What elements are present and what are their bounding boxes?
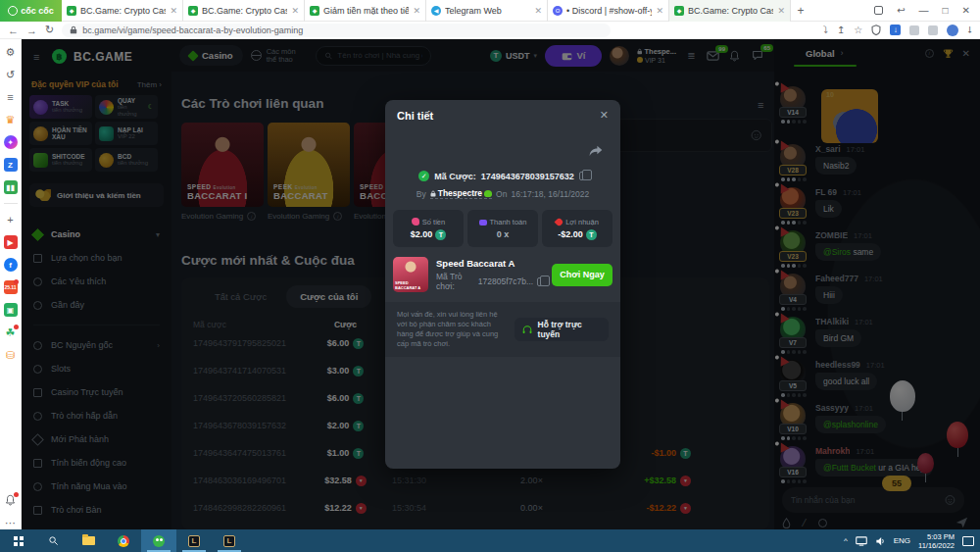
- bet-id-value: 1749643678039157632: [481, 172, 574, 181]
- idm-download-icon[interactable]: ↓: [890, 25, 901, 35]
- bet-author[interactable]: Thespectre: [430, 188, 492, 199]
- bet-id-label: Mã Cược:: [434, 172, 475, 181]
- stat-payout: Thanh toán 0 x: [467, 210, 538, 247]
- notifications-bell-icon[interactable]: [4, 493, 18, 507]
- modal-close-icon[interactable]: ✕: [600, 109, 609, 122]
- url-box[interactable]: bc.game/vi/game/speed-baccarat-a-by-evol…: [62, 24, 611, 37]
- start-button[interactable]: [0, 529, 35, 552]
- chrome-icon[interactable]: [106, 529, 141, 552]
- league-of-legends-icon[interactable]: L: [212, 529, 247, 552]
- stat-profit: Lợi nhuận -$2.00T: [542, 210, 612, 247]
- volume-icon[interactable]: [875, 536, 886, 546]
- add-shortcut-icon[interactable]: +: [4, 213, 18, 226]
- tray-expand-icon[interactable]: ^: [844, 536, 848, 545]
- facebook-icon[interactable]: f: [4, 258, 18, 272]
- maximize-button[interactable]: □: [943, 5, 949, 16]
- history-icon[interactable]: ↺: [4, 68, 18, 81]
- share-icon[interactable]: ↥: [837, 25, 845, 35]
- tab-close-icon[interactable]: ✕: [291, 6, 299, 16]
- tab-close-icon[interactable]: ✕: [534, 6, 542, 16]
- more-icon[interactable]: ⋯: [4, 516, 18, 529]
- windows-taskbar: L L ^ ENG 5:03 PM11/16/2022: [0, 529, 980, 552]
- browser-tab-1[interactable]: ◆BC.Game: Crypto Casino Gan✕: [62, 0, 183, 22]
- game-title: Speed Baccarat A: [436, 258, 544, 269]
- modal-title: Chi tiết: [397, 110, 433, 122]
- antitrack-icon[interactable]: [928, 25, 938, 35]
- shopee-icon[interactable]: 25.11: [4, 280, 18, 294]
- network-icon[interactable]: [856, 536, 867, 546]
- tab-close-icon[interactable]: ✕: [413, 6, 420, 16]
- leaf-icon[interactable]: ☘: [4, 326, 18, 339]
- stat-amount: Số tiền $2.00T: [393, 210, 464, 247]
- share-icon[interactable]: [589, 145, 603, 157]
- check-icon: ✓: [418, 171, 429, 181]
- divider: [4, 203, 18, 204]
- lock-icon: [430, 190, 436, 197]
- game-thumbnail[interactable]: SPEEDBACCARAT A: [393, 257, 428, 292]
- reload-button[interactable]: ↻: [45, 24, 54, 36]
- bet-timestamp: 16:17:18, 16/11/2022: [511, 189, 589, 199]
- browser-tab-4[interactable]: ◀Telegram Web✕: [426, 0, 548, 22]
- bcgame-favicon: ◆: [310, 6, 319, 16]
- vip-crown-icon[interactable]: ♛: [4, 113, 18, 126]
- url-text: bc.game/vi/game/speed-baccarat-a-by-evol…: [82, 25, 303, 35]
- browser-tab-6-active[interactable]: ◆BC.Game: Crypto Casino Gan✕: [669, 0, 791, 22]
- play-now-button[interactable]: Chơi Ngay: [552, 264, 612, 286]
- boss-key-icon[interactable]: ↩: [897, 5, 905, 16]
- adblock-shield-icon[interactable]: [871, 25, 881, 35]
- brand-label: cốc cốc: [21, 6, 54, 16]
- back-button[interactable]: ←: [8, 25, 19, 36]
- messenger-icon[interactable]: ✦: [4, 135, 18, 149]
- zalo-icon[interactable]: Z: [4, 158, 18, 172]
- green-app-icon[interactable]: ▣: [4, 303, 18, 317]
- league-of-legends-icon[interactable]: L: [176, 529, 212, 552]
- file-explorer-icon[interactable]: [71, 529, 106, 552]
- bet-details-modal: Chi tiết ✕ ✓ Mã Cược: 174964367803915763…: [385, 100, 620, 469]
- clock[interactable]: 5:03 PM11/16/2022: [918, 532, 955, 550]
- tab-close-icon[interactable]: ✕: [170, 6, 177, 16]
- browser-tab-3[interactable]: ◆Giảm tiền mặt theo tiến hóa✕: [305, 0, 426, 22]
- profit-icon: [555, 217, 564, 226]
- profile-avatar[interactable]: [947, 25, 958, 36]
- youtube-icon[interactable]: ▶: [4, 235, 18, 249]
- close-button[interactable]: ✕: [962, 5, 970, 16]
- browser-tab-2[interactable]: ◆BC.Game: Crypto Casino Gan✕: [183, 0, 305, 22]
- games-icon[interactable]: ▮▮: [4, 180, 18, 194]
- reading-list-icon[interactable]: ≡: [4, 90, 18, 104]
- action-center-icon[interactable]: [962, 536, 974, 546]
- telegram-favicon: ◀: [431, 6, 441, 16]
- cart-icon[interactable]: ⛁: [4, 348, 18, 362]
- coccoc-taskbar-icon[interactable]: [141, 529, 176, 552]
- bcgame-favicon: ◆: [674, 6, 684, 16]
- frog-emoji-icon: [484, 190, 492, 197]
- lock-icon: [70, 25, 77, 34]
- discord-favicon: ʘ: [553, 6, 563, 16]
- coccoc-brand-button[interactable]: cốc cốc: [0, 0, 62, 22]
- extensions-icon[interactable]: [909, 25, 919, 35]
- support-note: Mọi vấn đề, xin vui lòng liên hệ với bộ …: [397, 310, 507, 349]
- downloads-tray-icon[interactable]: ⭣: [967, 25, 972, 36]
- taskbar-search-icon[interactable]: [35, 529, 71, 552]
- browser-side-strip: ⚙ ↺ ≡ ♛ ✦ Z ▮▮ + ▶ f 25.11 ▣ ☘ ⛁ ⋯: [0, 39, 22, 529]
- bcgame-favicon: ◆: [67, 6, 76, 16]
- bookmark-star-icon[interactable]: ☆: [854, 25, 862, 35]
- copy-icon[interactable]: [579, 172, 587, 180]
- forward-button[interactable]: →: [26, 25, 37, 36]
- live-support-button[interactable]: Hỗ trợ trực tuyến: [514, 318, 609, 341]
- bcgame-app: ≡ ฿ BC.GAME Đặc quyền VIP của tôi Thêm ›…: [22, 39, 980, 529]
- game-id-value: 172805f7c7b...: [478, 276, 533, 286]
- save-page-icon[interactable]: ⤵: [823, 25, 828, 35]
- browser-addressbar: ← → ↻ bc.game/vi/game/speed-baccarat-a-b…: [0, 22, 980, 39]
- coccoc-logo-icon: [8, 6, 18, 16]
- browser-tab-5[interactable]: ʘ• Discord | #show-off-you✕: [548, 0, 669, 22]
- tab-close-icon[interactable]: ✕: [777, 6, 785, 16]
- tab-close-icon[interactable]: ✕: [656, 6, 663, 16]
- language-indicator[interactable]: ENG: [894, 536, 910, 545]
- new-tab-button[interactable]: +: [791, 4, 810, 18]
- usdt-coin-icon: T: [586, 229, 597, 240]
- copy-icon[interactable]: [537, 277, 544, 286]
- tab-search-icon[interactable]: [874, 6, 883, 15]
- settings-gear-icon[interactable]: ⚙: [4, 45, 18, 59]
- screen: cốc cốc ◆BC.Game: Crypto Casino Gan✕ ◆BC…: [0, 0, 980, 552]
- minimize-button[interactable]: —: [919, 5, 929, 16]
